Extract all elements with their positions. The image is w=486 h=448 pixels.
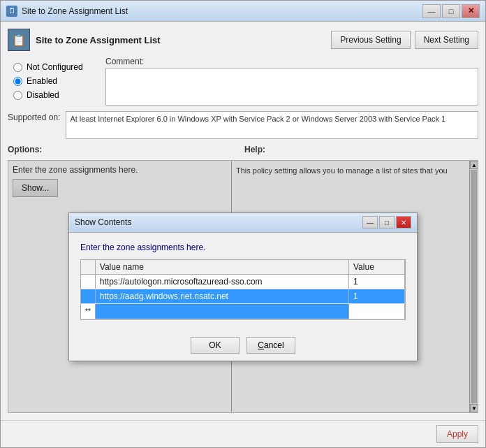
title-bar: 🗒 Site to Zone Assignment List — □ ✕ [1,1,485,22]
cancel-underline-c: C [258,340,264,350]
next-setting-button[interactable]: Next Setting [415,31,478,49]
maximize-button[interactable]: □ [442,4,460,18]
row-value-name[interactable]: https://aadg.windows.net.nsatc.net [95,289,348,303]
table-col-indicator [81,260,95,275]
previous-setting-button[interactable]: Previous Setting [331,31,410,49]
modal-title: Show Contents [75,217,131,227]
modal-maximize-button[interactable]: □ [379,216,395,229]
apply-button[interactable]: Apply [436,425,478,443]
header-row: 📋 Site to Zone Assignment List Previous … [8,29,478,51]
radio-section: Not Configured Enabled Disabled [8,57,105,106]
comment-label: Comment: [105,57,478,66]
modal-overlay: Show Contents — □ ✕ Enter the zone assig… [8,161,478,412]
bottom-bar: Apply [1,420,485,447]
window-content: 📋 Site to Zone Assignment List Previous … [1,22,485,420]
options-help-labels: Options: Help: [8,145,478,154]
header-left: 📋 Site to Zone Assignment List [8,29,161,51]
empty-row-value[interactable] [349,303,405,319]
supported-row: Supported on: At least Internet Explorer… [8,111,478,139]
not-configured-radio[interactable]: Not Configured [13,62,100,72]
modal-controls: — □ ✕ [362,216,411,229]
policy-title: Site to Zone Assignment List [36,35,161,45]
empty-row-indicator: ** [81,303,95,319]
comment-textarea[interactable] [105,68,478,106]
modal-close-button[interactable]: ✕ [396,216,411,229]
table-row[interactable]: https://autologon.microsoftazuread-sso.c… [81,274,405,289]
table-col-value-name: Value name [95,260,348,275]
table-empty-row: ** [81,303,405,319]
options-label: Options: [8,145,242,154]
title-bar-controls: — □ ✕ [422,4,480,18]
modal-table: Value name Value https://autologon.micro… [81,260,405,319]
close-button[interactable]: ✕ [462,4,480,18]
row-value[interactable]: 1 [349,274,405,289]
disabled-radio[interactable]: Disabled [13,90,100,100]
supported-text: At least Internet Explorer 6.0 in Window… [66,111,478,139]
table-col-value: Value [349,260,405,275]
empty-row-name[interactable] [95,303,348,319]
bottom-area: Enter the zone assignments here. Show...… [8,160,478,413]
modal-footer: OK Cancel [69,330,417,361]
modal-window: Show Contents — □ ✕ Enter the zone assig… [68,212,418,361]
modal-content: Enter the zone assignments here. Value n… [69,233,417,330]
modal-minimize-button[interactable]: — [362,216,378,229]
modal-title-bar: Show Contents — □ ✕ [69,213,417,233]
help-label: Help: [244,145,478,154]
window-title: Site to Zone Assignment List [22,6,128,16]
supported-label: Supported on: [8,111,60,122]
main-window: 🗒 Site to Zone Assignment List — □ ✕ 📋 S… [0,0,486,448]
modal-instruction: Enter the zone assignments here. [80,243,406,252]
modal-cancel-button[interactable]: Cancel [246,337,295,354]
app-icon: 🗒 [6,6,17,17]
minimize-button[interactable]: — [422,4,441,18]
row-indicator [81,289,95,303]
comment-section: Comment: [105,57,478,106]
modal-ok-button[interactable]: OK [191,337,240,354]
header-buttons: Previous Setting Next Setting [331,31,478,49]
title-bar-left: 🗒 Site to Zone Assignment List [6,6,128,17]
table-row[interactable]: https://aadg.windows.net.nsatc.net1 [81,289,405,303]
policy-icon: 📋 [8,29,30,51]
enabled-radio[interactable]: Enabled [13,76,100,86]
row-value-name[interactable]: https://autologon.microsoftazuread-sso.c… [95,274,348,289]
radio-comment-area: Not Configured Enabled Disabled Comment: [8,57,478,106]
row-indicator [81,274,95,289]
modal-table-container: Value name Value https://autologon.micro… [80,259,406,320]
row-value[interactable]: 1 [349,289,405,303]
